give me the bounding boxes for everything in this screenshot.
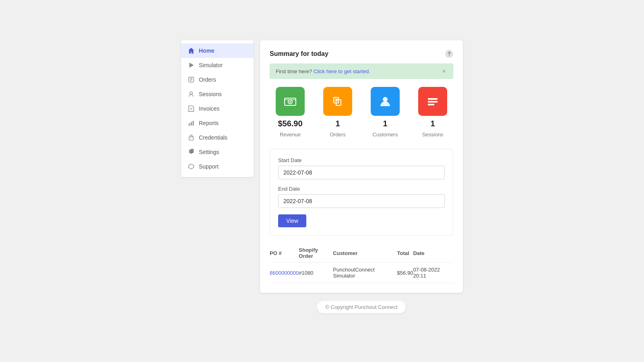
orders-stat-icon xyxy=(323,87,352,116)
orders-icon xyxy=(188,76,195,83)
col-po: PO # xyxy=(270,244,299,263)
invoices-icon xyxy=(188,105,195,112)
sidebar-item-home[interactable]: Home xyxy=(181,43,254,58)
summary-header: Summary for today ? xyxy=(270,50,453,58)
sidebar: Home Simulator Orders xyxy=(181,40,254,177)
svg-marker-0 xyxy=(190,63,194,68)
summary-card: Summary for today ? First time here? Cli… xyxy=(260,40,463,293)
sessions-label: Sessions xyxy=(422,132,444,138)
svg-point-14 xyxy=(289,101,291,103)
start-date-input[interactable] xyxy=(278,166,445,179)
reports-icon xyxy=(188,119,195,127)
revenue-label: Revenue xyxy=(280,132,301,138)
footer: © Copyright Punchout Connect xyxy=(260,301,463,313)
col-shopify: Shopify Order xyxy=(299,244,333,263)
svg-rect-8 xyxy=(189,123,190,125)
help-button[interactable]: ? xyxy=(445,50,453,58)
sidebar-item-reports-label: Reports xyxy=(199,120,219,126)
col-total: Total xyxy=(397,244,413,263)
sessions-value: 1 xyxy=(430,119,435,128)
sessions-icon xyxy=(188,90,195,98)
sidebar-item-settings-label: Settings xyxy=(199,149,219,155)
settings-icon xyxy=(188,148,195,156)
revenue-icon xyxy=(276,87,305,116)
customers-stat-icon xyxy=(371,87,400,116)
svg-point-5 xyxy=(190,92,192,94)
sidebar-item-support-label: Support xyxy=(199,163,219,170)
cell-po[interactable]: 8600000000 xyxy=(270,263,299,283)
end-date-group: End Date xyxy=(278,186,445,208)
sessions-stat-icon xyxy=(418,87,447,116)
end-date-label: End Date xyxy=(278,186,445,192)
sidebar-item-sessions[interactable]: Sessions xyxy=(181,87,254,101)
home-icon xyxy=(188,47,195,54)
simulator-icon xyxy=(188,62,195,69)
start-date-group: Start Date xyxy=(278,157,445,179)
stat-sessions: 1 Sessions xyxy=(412,87,453,138)
stat-customers: 1 Customers xyxy=(365,87,406,138)
svg-rect-9 xyxy=(191,122,192,125)
banner-text: First time here? Click here to get start… xyxy=(276,68,370,74)
sidebar-item-invoices-label: Invoices xyxy=(199,105,219,112)
banner-link[interactable]: Click here to get started. xyxy=(314,68,370,74)
table-row: 8600000000 #1080 PunchoutConnect Simulat… xyxy=(270,263,453,283)
sidebar-item-credentials-label: Credentials xyxy=(199,134,227,141)
sidebar-item-support[interactable]: Support xyxy=(181,159,254,174)
customers-value: 1 xyxy=(383,119,387,128)
cell-total: $56.90 xyxy=(397,263,413,283)
sidebar-item-invoices[interactable]: Invoices xyxy=(181,101,254,116)
stat-revenue: $56.90 Revenue xyxy=(270,87,311,138)
sidebar-item-credentials[interactable]: Credentials xyxy=(181,130,254,145)
banner-close-button[interactable]: × xyxy=(441,68,447,74)
date-filter: Start Date End Date View xyxy=(270,149,453,236)
svg-rect-21 xyxy=(428,98,438,100)
copyright-text: © Copyright Punchout Connect xyxy=(325,304,397,310)
col-customer: Customer xyxy=(333,244,397,263)
orders-label: Orders xyxy=(330,132,346,138)
sidebar-item-simulator-label: Simulator xyxy=(199,62,223,68)
stats-row: $56.90 Revenue 1 Orders xyxy=(270,87,453,138)
col-date: Date xyxy=(413,244,453,263)
cell-shopify: #1080 xyxy=(299,263,333,283)
stat-orders: 1 Orders xyxy=(317,87,358,138)
support-icon xyxy=(188,163,195,170)
credentials-icon xyxy=(188,134,195,141)
start-date-label: Start Date xyxy=(278,157,445,163)
view-button[interactable]: View xyxy=(278,214,306,227)
svg-rect-10 xyxy=(193,121,194,126)
summary-title: Summary for today xyxy=(270,50,328,58)
sidebar-item-home-label: Home xyxy=(199,47,215,54)
sidebar-item-orders[interactable]: Orders xyxy=(181,72,254,87)
sidebar-item-sessions-label: Sessions xyxy=(199,91,222,97)
sidebar-item-simulator[interactable]: Simulator xyxy=(181,58,254,72)
customers-label: Customers xyxy=(373,132,398,138)
sidebar-item-reports[interactable]: Reports xyxy=(181,116,254,130)
svg-rect-11 xyxy=(189,137,194,140)
orders-value: 1 xyxy=(335,119,340,128)
svg-point-20 xyxy=(383,97,388,102)
cell-customer: PunchoutConnect Simulator xyxy=(333,263,397,283)
svg-rect-22 xyxy=(428,101,438,103)
main-content: Summary for today ? First time here? Cli… xyxy=(260,40,463,313)
end-date-input[interactable] xyxy=(278,194,445,208)
revenue-value: $56.90 xyxy=(278,119,302,128)
copyright-badge: © Copyright Punchout Connect xyxy=(317,301,405,313)
cell-date: 07-08-2022 20:11 xyxy=(413,263,453,283)
sidebar-item-orders-label: Orders xyxy=(199,76,216,83)
svg-rect-23 xyxy=(428,104,434,105)
sidebar-item-settings[interactable]: Settings xyxy=(181,145,254,159)
first-time-banner: First time here? Click here to get start… xyxy=(270,64,453,79)
orders-table: PO # Shopify Order Customer Total Date 8… xyxy=(270,244,453,283)
